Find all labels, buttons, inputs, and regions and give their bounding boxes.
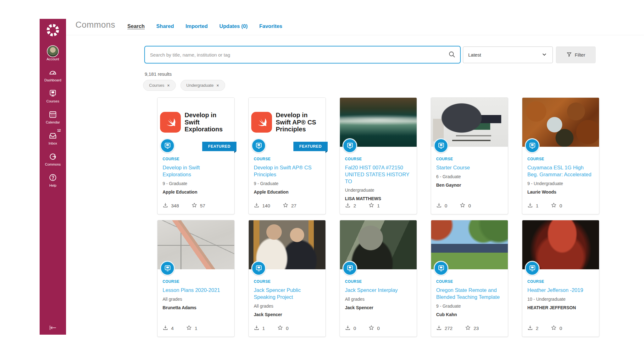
chip-remove-icon[interactable]: × [216,83,219,88]
canvas-logo-icon[interactable] [45,22,61,38]
course-grade: All grades [163,297,229,302]
avatar [47,45,59,57]
download-icon [254,325,259,332]
sidebar-item-calendar[interactable]: Calendar [40,110,66,124]
downloads-stat: 1 [527,202,538,209]
sidebar-item-courses[interactable]: Courses [40,89,66,103]
downloads-count: 1 [536,203,538,208]
tab-favorites[interactable]: Favorites [259,23,282,29]
course-title-link[interactable]: Develop in Swift Explorations [163,164,229,178]
course-stats: 1 0 [527,202,594,209]
card-image-title: Develop in Swift AP® CS Principles [276,112,323,133]
chip-undergraduate[interactable]: Undergraduate × [180,80,225,91]
course-author: Cub Kahn [436,312,503,317]
course-title-link[interactable]: Lesson Plans 2020-2021 [163,287,229,294]
sidebar-item-help[interactable]: Help [40,173,66,187]
page-title: Commons [75,20,115,30]
featured-ribbon: FEATURED [293,142,328,151]
filter-icon [566,52,572,58]
course-type-badge-icon [160,138,175,153]
course-title-link[interactable]: Cuyamaca ESL 1G High Beg. Grammar: Accel… [527,164,594,178]
downloads-stat: 2 [345,202,356,209]
course-grade: All grades [254,304,320,309]
stars-count: 1 [377,203,380,208]
course-title-link[interactable]: Starter Course [436,164,503,171]
course-title-link[interactable]: Fal20 HIST 007A #72150 UNITED STATES HIS… [345,164,412,185]
course-stats: 272 23 [436,325,503,332]
course-type-label: COURSE [345,157,412,161]
sidebar-item-commons[interactable]: Commons [40,152,66,166]
collapse-sidebar-icon[interactable] [49,325,57,332]
course-title-link[interactable]: Jack Spencer Public Speaking Project [254,287,320,301]
favorites-stat: 1 [369,202,380,209]
course-card[interactable]: COURSE Heather Jefferson -2019 10 - Unde… [522,220,599,337]
course-title-link[interactable]: Develop in Swift AP® CS Principles [254,164,320,178]
course-grade: 9 - Graduate [436,304,503,309]
course-card[interactable]: COURSE Lesson Plans 2020-2021 All grades… [157,220,235,337]
tab-search[interactable]: Search [127,23,145,29]
sidebar-item-dashboard[interactable]: Dashboard [40,68,66,82]
results-grid: Develop in Swift Explorations FEATURED C… [157,97,599,337]
course-title-link[interactable]: Oregon State Remote and Blended Teaching… [436,287,503,301]
download-icon [436,202,442,209]
card-image-title: Develop in Swift Explorations [185,112,232,133]
stars-count: 0 [559,203,562,208]
chip-remove-icon[interactable]: × [167,83,169,88]
downloads-stat: 2 [527,325,538,332]
favorites-stat: 27 [283,202,297,209]
course-grade: 10 - Undergraduate [527,297,594,302]
tab-updates[interactable]: Updates (0) [219,23,248,29]
course-type-label: COURSE [527,157,594,161]
filter-button[interactable]: Filter [556,47,596,63]
star-icon [283,202,288,209]
course-card[interactable]: COURSE Jack Spencer Public Speaking Proj… [248,220,326,337]
search-icon[interactable] [448,51,456,59]
chip-label: Courses [149,83,164,88]
course-card[interactable]: COURSE Starter Course 6 - Graduate Ben G… [431,97,508,214]
course-author: Jack Spencer [345,305,412,310]
star-icon [186,325,192,332]
sidebar-item-inbox[interactable]: 12 Inbox [40,131,66,145]
filter-chips: Courses × Undergraduate × [143,80,225,91]
course-card[interactable]: COURSE Cuyamaca ESL 1G High Beg. Grammar… [522,97,599,214]
course-stats: 4 1 [163,325,229,332]
course-card[interactable]: Develop in Swift AP® CS Principles FEATU… [248,97,326,214]
course-card[interactable]: COURSE Oregon State Remote and Blended T… [431,220,508,337]
downloads-count: 2 [536,326,538,331]
star-icon [551,325,557,332]
download-icon [345,202,351,209]
stars-count: 27 [291,203,297,208]
course-type-label: COURSE [254,157,320,161]
course-title-link[interactable]: Jack Spencer Interplay [345,287,412,294]
search-input[interactable] [144,46,461,63]
downloads-count: 4 [171,326,174,331]
filter-button-label: Filter [575,52,585,58]
chip-courses[interactable]: Courses × [143,80,176,91]
course-type-badge-icon [160,261,175,276]
favorites-stat: 0 [369,325,380,332]
course-title-link[interactable]: Heather Jefferson -2019 [527,287,594,294]
tab-shared[interactable]: Shared [156,23,174,29]
course-type-badge-icon [434,261,448,276]
tab-imported[interactable]: Imported [186,23,208,29]
downloads-stat: 0 [345,325,356,332]
search-bar [144,46,461,63]
dashboard-icon [48,68,57,77]
course-type-badge-icon [251,138,266,153]
stars-count: 0 [377,326,380,331]
course-card[interactable]: COURSE Jack Spencer Interplay All grades… [340,220,417,337]
swift-logo-icon [160,112,181,133]
sort-dropdown[interactable]: Latest [463,47,553,63]
course-grade: 6 - Graduate [436,174,503,179]
course-card[interactable]: Develop in Swift Explorations FEATURED C… [157,97,235,214]
star-icon [369,202,374,209]
inbox-unread-badge: 12 [57,129,61,132]
sidebar-item-account[interactable]: Account [40,47,66,61]
stars-count: 0 [286,326,288,331]
downloads-count: 272 [445,326,452,331]
sidebar-item-label: Commons [45,162,61,166]
course-card[interactable]: COURSE Fal20 HIST 007A #72150 UNITED STA… [340,97,417,214]
course-grade: Undergraduate [345,188,412,193]
downloads-stat: 272 [436,325,452,332]
download-icon [163,202,168,209]
